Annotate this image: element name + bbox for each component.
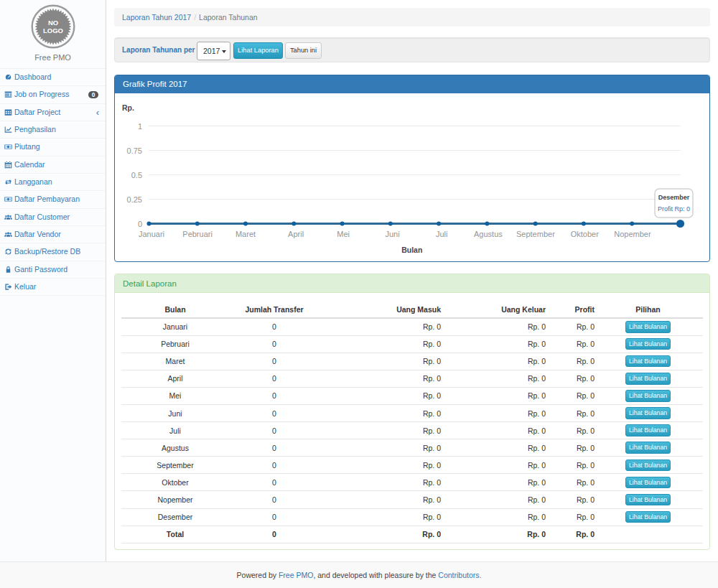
svg-text:Maret: Maret [236,230,256,238]
svg-text:1: 1 [138,122,142,131]
svg-text:0.75: 0.75 [127,146,142,155]
svg-text:LOGO: LOGO [43,27,63,34]
svg-text:Juli: Juli [436,230,448,238]
svg-text:0: 0 [138,220,142,228]
svg-text:Agustus: Agustus [474,230,503,238]
svg-text:Desember: Desember [658,194,690,201]
svg-text:Profit Rp: 0: Profit Rp: 0 [658,205,690,213]
svg-text:Bulan: Bulan [401,246,422,254]
svg-text:September: September [516,230,555,238]
svg-text:0.5: 0.5 [131,171,142,179]
svg-text:NO: NO [47,19,57,27]
svg-text:Juni: Juni [386,230,400,238]
svg-text:Mei: Mei [337,230,350,238]
svg-text:April: April [288,230,304,238]
svg-text:Pebruari: Pebruari [182,230,213,238]
svg-text:Rp.: Rp. [122,103,134,112]
svg-text:Nopember: Nopember [614,230,651,238]
svg-text:0.25: 0.25 [127,195,142,204]
svg-text:Oktober: Oktober [571,230,599,238]
svg-text:Januari: Januari [139,230,164,238]
